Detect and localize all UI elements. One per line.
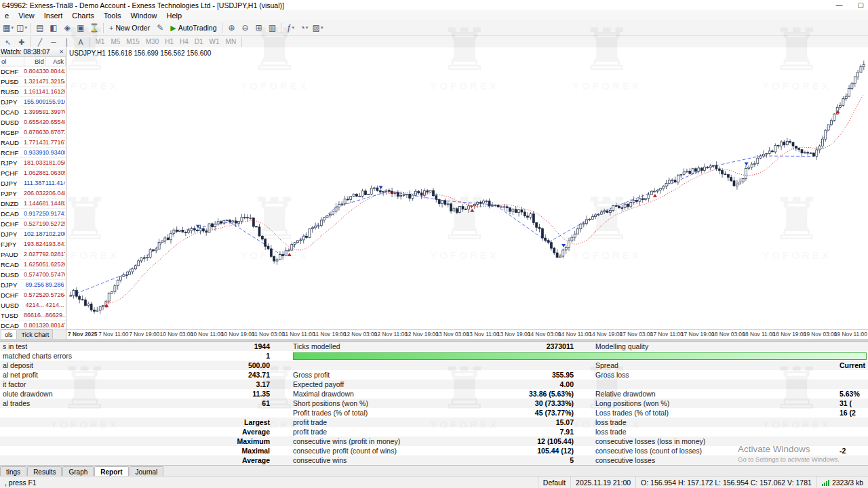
timeframe-mn[interactable]: MN — [222, 37, 239, 47]
market-watch-row[interactable]: TUSD86616...86629... — [0, 310, 66, 321]
symbol-cell: DCHF — [0, 291, 24, 299]
market-watch-row[interactable]: RCHF0.933910.93408 — [0, 148, 66, 158]
navigator-icon[interactable]: ◈ — [61, 22, 73, 34]
market-watch-row[interactable]: PUSD1.321471.32154 — [0, 77, 66, 87]
market-watch-row[interactable]: PJPY206.032206.048 — [0, 188, 66, 199]
market-watch-row[interactable]: DNZD1.144681.14482 — [0, 199, 66, 209]
trade-connector-line — [71, 64, 864, 296]
time-axis-label: 7 Nov 19:00 — [129, 331, 159, 338]
report-value-1: 500.00 — [102, 361, 270, 369]
market-watch-row[interactable]: DCHF0.527190.52725 — [0, 219, 66, 229]
timeframe-w1[interactable]: W1 — [206, 37, 222, 47]
bid-column-header[interactable]: Bid — [24, 57, 46, 66]
market-watch-row[interactable]: DJPY89.25689.286 — [0, 280, 66, 290]
market-watch-row[interactable]: DCHF0.572520.57264 — [0, 290, 66, 300]
text-tool-icon[interactable]: A — [75, 37, 87, 47]
market-watch-row[interactable]: RCAD1.625051.62526 — [0, 260, 66, 270]
metaeditor-icon[interactable]: ✎ — [154, 22, 166, 34]
tester-tab-tings[interactable]: tings — [0, 466, 26, 476]
ask-cell: 0.52725 — [45, 220, 65, 227]
crosshair-icon[interactable]: ✚ — [16, 37, 28, 47]
templates-icon[interactable]: ▨▾ — [311, 22, 323, 34]
tester-tab-journal[interactable]: Journal — [130, 466, 164, 476]
market-watch-row[interactable]: DJPY111.387111.414 — [0, 178, 66, 188]
market-watch-row[interactable]: DJPY102.187102.200 — [0, 229, 66, 239]
time-axis-label: 14 Nov 11:00 — [558, 331, 591, 338]
market-watch-row[interactable]: DUSD0.655420.65548 — [0, 117, 66, 127]
ask-column-header[interactable]: Ask — [46, 57, 66, 66]
vertical-line-icon[interactable]: │ — [61, 37, 73, 47]
terminal-icon[interactable]: ▣ — [75, 22, 87, 34]
symbol-cell: DCHF — [0, 68, 24, 75]
zoom-in-icon[interactable]: ⊕ — [225, 22, 237, 34]
cursor-icon[interactable]: ↖ — [2, 37, 14, 47]
menu-item-window[interactable]: Window — [125, 12, 161, 20]
market-watch-row[interactable]: PCHF1.062881.06305 — [0, 168, 66, 178]
market-watch-row[interactable]: DCHF0.804330.80442 — [0, 66, 66, 77]
menu-item-charts[interactable]: Charts — [67, 12, 98, 20]
timeframe-m15[interactable]: M15 — [123, 37, 142, 47]
menu-item-help[interactable]: Help — [162, 12, 187, 20]
autotrading-button[interactable]: ▶AutoTrading — [167, 22, 219, 34]
report-label-2: Profit trades (% of total) — [293, 409, 368, 417]
tester-tab-results[interactable]: Results — [27, 466, 62, 476]
ask-cell: 0.65548 — [45, 119, 65, 125]
bid-cell: 1.14468 — [24, 200, 45, 207]
data-window-icon[interactable]: ◧ — [47, 22, 60, 34]
menu-item-view[interactable]: View — [14, 12, 39, 20]
market-watch-tab-ols[interactable]: ols — [1, 329, 17, 339]
new-chart-icon[interactable]: ▦▾ — [2, 22, 14, 34]
tester-tab-report[interactable]: Report — [94, 466, 128, 476]
time-axis[interactable]: 7 Nov 20257 Nov 11:007 Nov 19:0010 Nov 0… — [66, 329, 868, 339]
indicators-icon[interactable]: ƒ▾ — [284, 22, 296, 34]
trendline-icon[interactable]: ╱ — [34, 37, 46, 47]
menu-item-e[interactable]: e — [0, 12, 14, 20]
market-watch-tab-tick-chart[interactable]: Tick Chart — [18, 329, 54, 339]
timeframe-m5[interactable]: M5 — [108, 37, 123, 47]
horizontal-line-icon[interactable]: ─ — [47, 37, 60, 47]
maximize-button[interactable]: ▢ — [858, 0, 864, 10]
ma-dotted-line — [106, 94, 863, 302]
market-watch-row[interactable]: RUSD1.161141.16120 — [0, 87, 66, 97]
report-label-3: loss trade — [595, 428, 627, 436]
close-icon[interactable]: ✕ — [59, 49, 66, 55]
symbol-column-header[interactable]: ol — [0, 57, 24, 66]
profiles-icon[interactable]: ◫▾ — [16, 22, 28, 34]
report-label-1: al deposit — [3, 361, 33, 369]
timeframe-h4[interactable]: H4 — [177, 37, 192, 47]
tile-windows-icon[interactable]: ⊞ — [252, 22, 264, 34]
timeframe-h1[interactable]: H1 — [162, 37, 177, 47]
market-watch-row[interactable]: DCAD1.399591.39970 — [0, 107, 66, 117]
report-value-2: 12 (105.44) — [406, 437, 574, 445]
market-watch-row[interactable]: DJPY155.909155.916 — [0, 97, 66, 107]
tester-tab-graph[interactable]: Graph — [62, 466, 94, 476]
menu-item-tools[interactable]: Tools — [99, 12, 126, 20]
trade-arrow-icon — [745, 163, 749, 166]
timeframe-m1[interactable]: M1 — [92, 37, 108, 47]
timeframe-d1[interactable]: D1 — [191, 37, 206, 47]
status-profile[interactable]: Default — [538, 476, 570, 488]
timeframe-m30[interactable]: M30 — [142, 37, 161, 47]
ask-cell: 1.62526 — [45, 261, 65, 268]
minimize-button[interactable]: — — [836, 0, 843, 10]
market-watch-row[interactable]: DCAD0.917250.91741 — [0, 209, 66, 219]
market-watch-row[interactable]: UUSD4214...4214... — [0, 300, 66, 310]
market-watch-row[interactable]: RGBP0.878630.87873 — [0, 127, 66, 138]
menu-item-insert[interactable]: Insert — [39, 12, 68, 20]
market-watch-row[interactable]: FJPY193.824193.841 — [0, 239, 66, 249]
periods-icon[interactable]: ◔▾ — [298, 22, 310, 34]
market-watch-row[interactable]: RJPY181.033181.050 — [0, 158, 66, 168]
report-value-1: Average — [102, 456, 270, 464]
market-watch-icon[interactable]: ▤ — [34, 22, 46, 34]
price-chart[interactable]: USDJPY,H1 156.618 156.699 156.562 156.60… — [66, 47, 868, 339]
menu-bar: eViewInsertChartsToolsWindowHelp — [0, 10, 868, 21]
market-watch-row[interactable]: RAUD1.771431.77167 — [0, 138, 66, 148]
new-order-button[interactable]: +New Order — [106, 22, 153, 34]
candlestick-chart[interactable] — [66, 47, 868, 330]
strategy-tester-icon[interactable]: ⌛ — [88, 22, 100, 34]
zoom-out-icon[interactable]: ⊖ — [239, 22, 251, 34]
cascade-windows-icon[interactable]: ▥ — [266, 22, 278, 34]
bid-cell: 1.62505 — [24, 261, 45, 268]
market-watch-row[interactable]: PAUD2.027792.02817 — [0, 249, 66, 260]
market-watch-row[interactable]: DUSD0.574700.57476 — [0, 270, 66, 280]
